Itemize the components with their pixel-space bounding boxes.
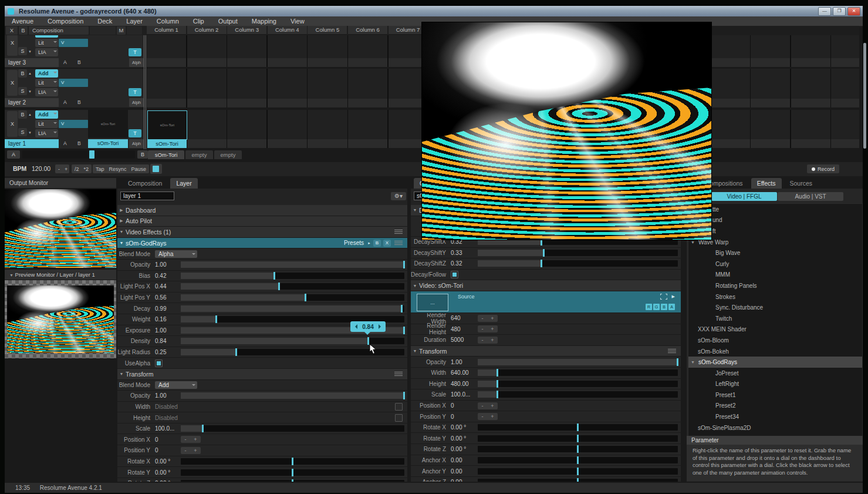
layer-lia-dropdown[interactable]: LIA [35, 129, 58, 137]
effect-preset[interactable]: Big Wave [688, 247, 862, 258]
crossfader-a-button[interactable]: A [7, 150, 20, 159]
composition-label[interactable]: Composition [29, 26, 89, 35]
param-slider[interactable] [181, 261, 404, 268]
param-slider[interactable] [478, 446, 678, 452]
param-slider[interactable] [478, 457, 678, 463]
column-header-2[interactable]: Column 2 [187, 26, 227, 34]
chevron-down-icon[interactable]: ▼ [28, 90, 34, 93]
param-slider[interactable] [181, 294, 404, 301]
menu-column[interactable]: Column [157, 18, 179, 25]
drag-handle-icon[interactable] [394, 241, 403, 246]
layer-bypass-button[interactable]: X [7, 70, 18, 96]
enable-height-checkbox[interactable] [395, 414, 403, 422]
layer-lia-dropdown[interactable]: LIA [35, 88, 58, 96]
menu-composition[interactable]: Composition [48, 18, 83, 25]
chevron-down-icon[interactable]: ▼ [28, 50, 34, 53]
restore-button[interactable]: ❐ [833, 7, 846, 16]
expanded-icon[interactable]: ▼ [411, 349, 419, 353]
composition-b-button[interactable]: B [19, 26, 28, 35]
blend-mode-dropdown[interactable]: Add [155, 381, 197, 389]
expanded-icon[interactable]: ▼ [411, 208, 419, 212]
param-slider[interactable] [478, 468, 678, 475]
value-stepper[interactable]: -+ [478, 413, 498, 420]
param-slider[interactable] [478, 391, 678, 398]
layer-bypass-button[interactable]: X [7, 111, 18, 137]
menu-layer[interactable]: Layer [126, 18, 143, 25]
auto-pilot-section[interactable]: ▶Auto Pilot [117, 216, 407, 227]
effect-item[interactable]: ft [688, 226, 862, 237]
param-slider[interactable] [478, 260, 678, 267]
menu-view[interactable]: View [291, 18, 305, 25]
transform-section[interactable]: ▼Transform [117, 369, 407, 380]
layer-transition-button[interactable]: T [129, 88, 141, 96]
source-row[interactable]: ... Source ▶ R G B A [411, 291, 681, 313]
deck-tab-empty-2[interactable]: empty [214, 150, 242, 159]
remove-effect-button[interactable]: X [383, 240, 391, 247]
transform-section[interactable]: ▼Transform [411, 346, 681, 357]
layer-solo-button[interactable]: S [18, 87, 27, 95]
video-effects-section[interactable]: ▼Video Effects (1) [117, 227, 407, 238]
use-alpha-checkbox[interactable] [155, 359, 163, 367]
effect-preset[interactable]: Sync. Disturbance [688, 302, 862, 313]
layer-lit-dropdown[interactable]: Lit [35, 120, 58, 128]
value-stepper[interactable]: -+ [478, 315, 498, 322]
param-slider[interactable] [478, 250, 678, 256]
effect-preset[interactable]: JoPreset [688, 368, 862, 379]
subtab-video-ffgl[interactable]: Video | FFGL [711, 192, 777, 201]
channel-r-button[interactable]: R [646, 304, 652, 310]
column-header-3[interactable]: Column 3 [227, 26, 266, 34]
selected-clip-cell[interactable]: sOm-Tori [147, 110, 187, 140]
param-slider[interactable] [181, 480, 404, 482]
column-header-6[interactable]: Column 6 [348, 26, 387, 34]
crossfader-handle[interactable] [89, 150, 94, 159]
chevron-right-icon[interactable]: ▶ [672, 294, 675, 299]
video-section[interactable]: ▼Video: sOm-Tori [411, 280, 681, 291]
layer-lia-dropdown[interactable]: LIA [35, 48, 58, 56]
subtab-audio-vst[interactable]: Audio | VST [778, 192, 843, 201]
param-slider[interactable] [478, 435, 678, 442]
deck-a-label[interactable]: A [63, 58, 67, 67]
layer-name[interactable]: layer 3 [5, 58, 59, 67]
drag-handle-icon[interactable] [394, 372, 403, 377]
effect-preset[interactable]: Curly [688, 258, 862, 270]
presets-dropdown[interactable]: Presets [344, 240, 364, 246]
effect-item[interactable]: sOm-Bokeh [688, 346, 862, 357]
tab-sources[interactable]: Sources [784, 178, 819, 189]
blend-mode-dropdown[interactable]: Alpha [155, 250, 197, 258]
collapsed-icon[interactable]: ▶ [117, 208, 126, 213]
alpha-mode-label[interactable]: Alph [129, 98, 144, 107]
layer-transition-button[interactable]: T [129, 129, 141, 137]
effect-preset[interactable]: Preset2 [688, 401, 862, 412]
effect-item[interactable]: und [688, 215, 862, 226]
expanded-icon[interactable]: ▼ [691, 360, 695, 364]
deck-tab-empty-1[interactable]: empty [185, 150, 213, 159]
effect-preset[interactable]: Preset1 [688, 389, 862, 401]
effect-group[interactable]: ▼Wave Warp [688, 237, 862, 248]
deck-a-label[interactable]: A [63, 139, 67, 148]
param-slider[interactable] [181, 425, 404, 432]
layer-b-button[interactable]: B [18, 110, 27, 119]
alpha-mode-label[interactable]: Alph [129, 139, 144, 148]
value-stepper[interactable]: -+ [478, 337, 498, 344]
composition-x-button[interactable]: X [6, 26, 18, 35]
minimize-button[interactable]: — [818, 7, 831, 16]
fullscreen-icon[interactable] [660, 294, 667, 300]
layer-name[interactable]: layer 2 [5, 98, 59, 107]
menu-avenue[interactable]: Avenue [12, 18, 33, 25]
layer-blend-dropdown[interactable]: Add [35, 69, 58, 78]
crossfader-b-button[interactable]: B [137, 150, 148, 159]
pause-button[interactable]: Pause [131, 166, 147, 172]
bypass-effect-button[interactable]: B [373, 240, 381, 247]
channel-b-button[interactable]: B [661, 304, 667, 310]
enable-width-checkbox[interactable] [395, 403, 403, 411]
tab-composition[interactable]: Composition [122, 178, 168, 189]
effect-preset[interactable]: Preset34 [688, 411, 862, 422]
param-slider[interactable] [181, 458, 404, 465]
deck-a-label[interactable]: A [63, 98, 67, 107]
deck-b-label[interactable]: B [77, 139, 81, 148]
channel-g-button[interactable]: G [653, 304, 660, 310]
bpm-value[interactable]: 120.00 [32, 165, 50, 172]
effect-preset[interactable]: LeftRight [688, 379, 862, 390]
close-button[interactable]: ✕ [847, 7, 860, 16]
chevron-up-icon[interactable]: ▲ [28, 113, 34, 116]
